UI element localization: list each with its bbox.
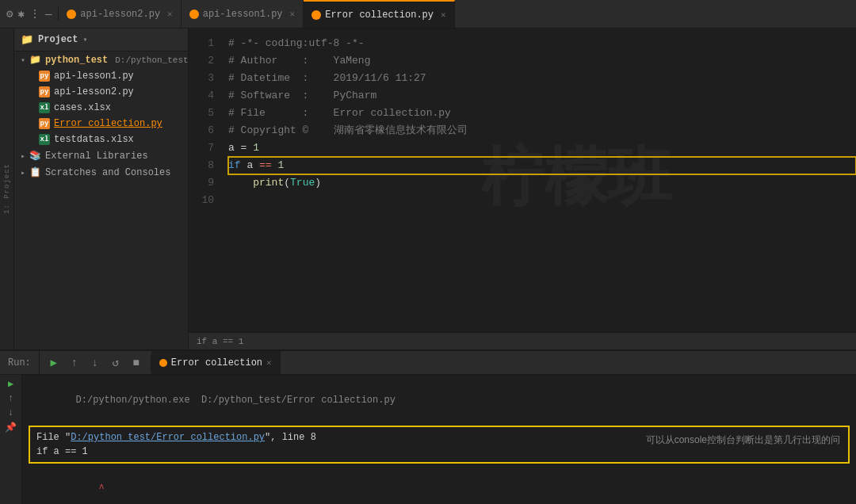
pin-icon[interactable]: ✱: [17, 7, 24, 21]
folder-color-icon: 📁: [29, 54, 41, 66]
chevron-icon: ▾: [82, 35, 87, 44]
py-icon-error: py: [39, 118, 50, 129]
scroll-up-button[interactable]: ↑: [67, 355, 82, 371]
stop-button[interactable]: ■: [128, 355, 144, 371]
code-editor[interactable]: 1 2 3 4 5 6 7 8 9 10 柠檬班 # -*- coding:ut…: [189, 29, 856, 332]
panel-tab-error[interactable]: Error collection ✕: [151, 351, 281, 374]
tab-bar: ⚙ ✱ ⋮ — api-lesson2.py ✕ api-lesson1.py …: [0, 0, 856, 29]
minus-icon[interactable]: —: [45, 8, 52, 21]
play-button[interactable]: ▶: [46, 355, 62, 371]
panel-tab-close[interactable]: ✕: [266, 357, 272, 368]
panel-pin-icon[interactable]: 📌: [5, 422, 17, 433]
panel-side-strip: ▶ ↑ ↓ 📌: [0, 375, 22, 504]
tab-icon-error: [311, 10, 321, 20]
ext-lib-icon: 📚: [29, 150, 41, 162]
code-line-1: # -*- coding:utf-8 -*-: [228, 35, 856, 52]
chevron-right-icon: ▸: [21, 151, 25, 161]
panel-controls: ▶ ↑ ↓ ↺ ■: [40, 355, 151, 371]
xlsx-icon-cases: xl: [39, 102, 50, 113]
code-line-4: # Software : PyCharm: [228, 87, 856, 105]
sidebar-item-api1[interactable]: py api-lesson1.py: [14, 68, 188, 84]
sidebar-item-api2[interactable]: py api-lesson2.py: [14, 84, 188, 100]
code-editor-area: 1 2 3 4 5 6 7 8 9 10 柠檬班 # -*- coding:ut…: [189, 29, 856, 349]
xlsx-icon-testdatas: xl: [39, 134, 50, 145]
run-label: Run:: [0, 351, 40, 374]
console-header-line: D:/python/python.exe D:/python_test/Erro…: [22, 378, 856, 422]
tab-close-error[interactable]: ✕: [441, 10, 446, 20]
panel-tab-icon: [159, 359, 167, 367]
sidebar-vertical-label: 1: Project: [3, 163, 11, 214]
chevron-right-icon2: ▸: [21, 168, 25, 178]
settings-icon[interactable]: ⚙: [6, 7, 13, 21]
annotation-text: 可以从console控制台判断出是第几行出现的问: [646, 433, 840, 446]
scratch-icon: 📋: [29, 166, 41, 178]
tab-api-lesson1[interactable]: api-lesson1.py ✕: [182, 0, 304, 28]
sidebar-item-scratches[interactable]: ▸ 📋 Scratches and Consoles: [14, 164, 188, 181]
code-line-3: # Datetime : 2019/11/6 11:27: [228, 70, 856, 87]
code-line-10: [228, 192, 856, 209]
panel-play-icon[interactable]: ▶: [8, 378, 13, 390]
panel-up-icon[interactable]: ↑: [8, 393, 13, 404]
py-icon-api1: py: [39, 71, 50, 82]
project-root-item[interactable]: ▾ 📁 python_test D:/python_test: [14, 52, 188, 68]
bottom-row: ▶ ↑ ↓ 📌 D:/python/python.exe D:/python_t…: [0, 375, 856, 504]
code-line-9: print ( True ): [228, 174, 856, 192]
tab-icon-api1: [189, 10, 199, 19]
error-code-line: if a == 1: [36, 445, 842, 459]
scroll-down-button[interactable]: ↓: [87, 355, 103, 371]
editor-statusbar: if a == 1: [189, 332, 856, 349]
code-line-8: if a == 1: [228, 157, 856, 174]
sidebar: 📁 Project ▾ ▾ 📁 python_test D:/python_te…: [14, 29, 189, 349]
sidebar-item-cases[interactable]: xl cases.xlsx: [14, 100, 188, 116]
caret-line: ^: [22, 467, 856, 504]
tab-error-collection[interactable]: Error collection.py ✕: [304, 0, 454, 28]
tab-close-api2[interactable]: ✕: [167, 9, 173, 19]
folder-icon: 📁: [21, 33, 33, 46]
panel-down-icon[interactable]: ↓: [8, 407, 13, 418]
rerun-button[interactable]: ↺: [108, 355, 124, 371]
code-content[interactable]: 柠檬班 # -*- coding:utf-8 -*- # Author : Ya…: [220, 29, 856, 332]
chevron-down-icon: ▾: [21, 55, 25, 65]
code-line-2: # Author : YaMeng: [228, 52, 856, 70]
sidebar-header[interactable]: 📁 Project ▾: [14, 29, 188, 52]
py-icon-api2: py: [39, 86, 50, 97]
tab-close-api1[interactable]: ✕: [290, 9, 296, 19]
error-file-link[interactable]: D:/python_test/Error collection.py: [71, 432, 265, 443]
sidebar-item-external-libs[interactable]: ▸ 📚 External Libraries: [14, 147, 188, 164]
code-line-6: # Copyright © 湖南省零橡信息技术有限公司: [228, 122, 856, 139]
main-content: 1: Project 📁 Project ▾ ▾ 📁 python_test D…: [0, 29, 856, 349]
line-numbers: 1 2 3 4 5 6 7 8 9 10: [189, 29, 220, 332]
menu-icon[interactable]: ⋮: [29, 7, 40, 21]
sidebar-item-error[interactable]: py Error collection.py: [14, 116, 188, 132]
bottom-panel: Run: ▶ ↑ ↓ ↺ ■ Error collection ✕ ▶ ↑ ↓ …: [0, 349, 856, 504]
code-line-7: a = 1: [228, 139, 856, 157]
panel-tab-bar: Run: ▶ ↑ ↓ ↺ ■ Error collection ✕: [0, 351, 856, 375]
tab-api-lesson2[interactable]: api-lesson2.py ✕: [59, 0, 181, 28]
code-line-5: # File : Error collection.py: [228, 105, 856, 122]
sidebar-item-testdatas[interactable]: xl testdatas.xlsx: [14, 132, 188, 147]
tab-icon-api2: [67, 10, 76, 19]
panel-content[interactable]: D:/python/python.exe D:/python_test/Erro…: [22, 375, 856, 504]
